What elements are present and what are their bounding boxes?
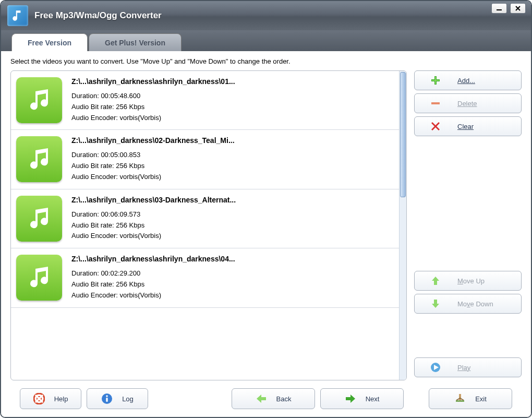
file-path: Z:\...\ashrilyn_darkness\ashrilyn_darkne… <box>71 255 394 263</box>
exit-button[interactable]: Exit <box>429 388 512 409</box>
close-button[interactable] <box>510 3 526 14</box>
tab-label: Get Plus! Version <box>105 39 165 47</box>
tab-label: Free Version <box>28 39 71 47</box>
delete-label: Delete <box>457 100 477 108</box>
file-item[interactable]: Z:\...\ashrilyn_darkness\ashrilyn_darkne… <box>11 248 399 307</box>
file-info: Z:\...\ashrilyn_darkness\02-Darkness_Tea… <box>71 136 394 182</box>
minus-icon <box>429 101 442 106</box>
tab-free-version[interactable]: Free Version <box>11 33 88 51</box>
svg-rect-0 <box>497 9 502 10</box>
footer-bar: Help Log Back Next Exit <box>10 380 522 417</box>
window-controls <box>491 3 526 14</box>
info-icon <box>101 393 113 404</box>
clear-label: Clear <box>457 123 474 130</box>
arrow-left-icon <box>256 393 267 404</box>
svg-rect-7 <box>106 398 107 402</box>
file-meta: Duration: 00:02:29.200Audio Bit rate: 25… <box>71 268 394 301</box>
main-row: Z:\...\ashrilyn_darkness\ashrilyn_darkne… <box>10 70 522 380</box>
move-up-button[interactable]: Move Up <box>414 271 522 291</box>
log-label: Log <box>122 395 134 403</box>
instruction-text: Select the videos you want to convert. U… <box>10 57 522 65</box>
file-info: Z:\...\ashrilyn_darkness\ashrilyn_darkne… <box>71 77 394 123</box>
tab-bar: Free Version Get Plus! Version <box>1 30 531 51</box>
svg-rect-9 <box>456 400 464 402</box>
scrollbar[interactable] <box>399 71 406 380</box>
play-button[interactable]: Play <box>414 357 522 377</box>
clear-button[interactable]: Clear <box>414 116 522 136</box>
svg-rect-1 <box>431 102 440 104</box>
help-icon <box>33 393 45 404</box>
file-item[interactable]: Z:\...\ashrilyn_darkness\ashrilyn_darkne… <box>11 71 399 130</box>
exit-label: Exit <box>475 395 487 403</box>
file-list-panel: Z:\...\ashrilyn_darkness\ashrilyn_darkne… <box>10 70 407 380</box>
play-label: Play <box>457 364 470 372</box>
back-label: Back <box>276 395 292 403</box>
svg-point-6 <box>106 395 108 397</box>
minimize-button[interactable] <box>491 3 507 14</box>
titlebar: Free Mp3/Wma/Ogg Converter <box>1 1 531 30</box>
arrow-right-icon <box>345 393 356 404</box>
file-meta: Duration: 00:05:00.853Audio Bit rate: 25… <box>71 150 394 182</box>
move-down-button[interactable]: Move Down <box>414 294 522 314</box>
file-item[interactable]: Z:\...\ashrilyn_darkness\02-Darkness_Tea… <box>11 130 399 189</box>
music-thumb-icon <box>16 136 62 182</box>
file-info: Z:\...\ashrilyn_darkness\03-Darkness_Alt… <box>71 196 394 242</box>
help-label: Help <box>54 395 68 403</box>
tab-plus-version[interactable]: Get Plus! Version <box>89 33 182 51</box>
app-icon <box>7 5 28 26</box>
back-button[interactable]: Back <box>232 388 315 409</box>
next-button[interactable]: Next <box>320 388 404 409</box>
file-meta: Duration: 00:05:48.600Audio Bit rate: 25… <box>71 91 394 123</box>
side-buttons: Add... Delete Clear Move Up Move Do <box>414 70 522 380</box>
exit-icon <box>454 393 466 404</box>
plus-icon <box>429 75 442 86</box>
file-item[interactable]: Z:\...\ashrilyn_darkness\03-Darkness_Alt… <box>11 189 399 248</box>
next-label: Next <box>366 395 380 403</box>
music-thumb-icon <box>16 77 62 123</box>
content-area: Select the videos you want to convert. U… <box>1 51 531 417</box>
svg-rect-8 <box>459 394 461 400</box>
scroll-thumb[interactable] <box>400 72 406 197</box>
add-button[interactable]: Add... <box>414 70 522 90</box>
music-thumb-icon <box>16 255 62 301</box>
file-list[interactable]: Z:\...\ashrilyn_darkness\ashrilyn_darkne… <box>11 71 399 380</box>
cross-icon <box>429 121 442 132</box>
move-down-label: Move Down <box>457 300 493 308</box>
help-button[interactable]: Help <box>20 388 81 409</box>
file-path: Z:\...\ashrilyn_darkness\03-Darkness_Alt… <box>71 196 394 204</box>
play-icon <box>429 362 442 373</box>
file-path: Z:\...\ashrilyn_darkness\02-Darkness_Tea… <box>71 136 394 145</box>
move-up-label: Move Up <box>457 277 485 285</box>
file-path: Z:\...\ashrilyn_darkness\ashrilyn_darkne… <box>71 77 394 86</box>
file-meta: Duration: 00:06:09.573Audio Bit rate: 25… <box>71 209 394 242</box>
delete-button[interactable]: Delete <box>414 93 522 113</box>
log-button[interactable]: Log <box>87 388 148 409</box>
file-info: Z:\...\ashrilyn_darkness\ashrilyn_darkne… <box>71 255 394 301</box>
music-thumb-icon <box>16 196 62 242</box>
window-title: Free Mp3/Wma/Ogg Converter <box>34 10 162 21</box>
app-window: Free Mp3/Wma/Ogg Converter Free Version … <box>0 0 532 418</box>
arrow-up-icon <box>429 276 442 286</box>
add-label: Add... <box>457 77 475 85</box>
arrow-down-icon <box>429 298 442 309</box>
